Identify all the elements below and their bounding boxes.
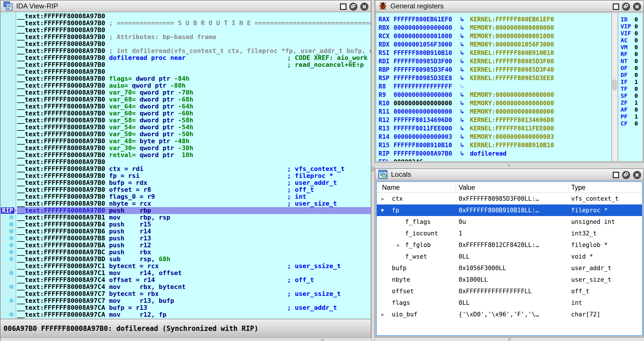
register-target[interactable]: KERNEL:FFFFFF800EB61EF0: [470, 15, 554, 24]
locals-row[interactable]: bufp0x1056F3000LLuser_addr_t: [377, 262, 642, 274]
disassembly-line[interactable]: __text:FFFFFF80008A97C7 bytecnt = rbx; u…: [17, 290, 371, 297]
register-row[interactable]: R8FFFFFFFFFFFFFFFF↳: [376, 82, 611, 91]
local-value[interactable]: 0u: [459, 216, 466, 228]
disassembly-line[interactable]: __text:FFFFFF80008A97B0 ; ==============…: [17, 20, 371, 27]
register-row[interactable]: RAXFFFFFF800EB61EF0↳KERNEL:FFFFFF800EB61…: [376, 15, 611, 24]
flag-value[interactable]: 0: [634, 30, 638, 37]
disassembly-line[interactable]: __text:FFFFFF80008A97BA push r12: [17, 242, 371, 249]
register-target[interactable]: KERNEL:FFFFFF80985D3F40: [470, 66, 554, 74]
local-value[interactable]: 0xFFFFFF80985D3F00LL:…: [459, 193, 539, 204]
disassembly-line[interactable]: __text:FFFFFF80008A97C4 offset = r14; of…: [17, 277, 371, 283]
ida-view-titlebar[interactable]: IDA View-RIP: [1, 1, 371, 12]
disassembly-line[interactable]: __text:FFFFFF80008A97B0 offset = r8; off…: [17, 186, 371, 193]
disassembly-line[interactable]: __text:FFFFFF80008A97C1 bytecnt = rcx; u…: [17, 263, 371, 270]
disassembly-line[interactable]: __text:FFFFFF80008A97BD sub rsp, 68h: [17, 256, 371, 263]
flag-row[interactable]: VIP0: [621, 23, 643, 30]
vertical-splitter-grip[interactable]: [372, 167, 374, 172]
locals-row[interactable]: ▶uio_buf{'\xD0','\x96','F','\…char[72]: [377, 309, 642, 320]
local-value[interactable]: 0xFFFFFF8012CF8420LL:…: [459, 239, 539, 251]
flag-value[interactable]: 0: [634, 58, 638, 64]
ida-view-restore-button[interactable]: [349, 3, 357, 11]
flag-value[interactable]: 0: [634, 64, 638, 71]
disassembly-line[interactable]: __text:FFFFFF80008A97B0: [17, 27, 371, 34]
collapse-icon[interactable]: ▼: [381, 204, 384, 216]
locals-table-header[interactable]: Name Value Type: [377, 182, 642, 193]
register-row[interactable]: RDIFFFFFF80985D3F00↳KERNEL:FFFFFF80985D3…: [376, 57, 611, 66]
bottom-splitter-right[interactable]: [375, 337, 644, 341]
register-value[interactable]: 0000000000000000: [394, 91, 452, 98]
flag-row[interactable]: VM0: [621, 44, 643, 51]
horizontal-splitter-grip[interactable]: [508, 164, 510, 167]
flag-row[interactable]: OF0: [621, 64, 643, 71]
register-value[interactable]: FFFFFF80985D3EE8: [394, 75, 452, 82]
flag-value[interactable]: 0: [634, 37, 638, 44]
register-target[interactable]: KERNEL:FFFFFF80985D3F00: [470, 57, 554, 66]
register-row[interactable]: R110000000000000000↳MEMORY:0000000000000…: [376, 108, 611, 116]
disassembly-line[interactable]: __text:FFFFFF80008A97B0 ; read_nocancel+…: [17, 61, 371, 68]
flag-value[interactable]: 0: [634, 120, 638, 127]
register-row[interactable]: RIPFFFFFF80008A97B0↳dofileread: [376, 150, 611, 158]
disassembly-line[interactable]: __text:FFFFFF80008A97B0 bufp = rdx; user…: [17, 179, 371, 186]
flags-column[interactable]: ID0VIP0VIF0AC0VM0RF0NT0OF0DF0IF1TF0SF0ZF…: [618, 13, 643, 161]
disassembly-line[interactable]: __text:FFFFFF80008A97C7 mov r13, bufp: [17, 297, 371, 304]
disassembly-line[interactable]: __text:FFFFFF80008A97B0 var_54= dword pt…: [17, 124, 371, 131]
register-value[interactable]: 0000000000001000: [394, 33, 452, 40]
disassembly-line[interactable]: __text:FFFFFF80008A97B0 retval= qword pt…: [17, 152, 371, 158]
local-value[interactable]: 1: [459, 228, 462, 239]
disassembly-line[interactable]: __text:FFFFFF80008A97B0 var_50= dword pt…: [17, 131, 371, 138]
disassembly-line[interactable]: __text:FFFFFF80008A97BC push rbx: [17, 249, 371, 256]
register-target[interactable]: KERNEL:FFFFFF800B910B10: [470, 49, 554, 57]
register-target[interactable]: MEMORY:0000000000000003: [470, 133, 554, 141]
flag-value[interactable]: 0: [634, 106, 638, 113]
disassembly-view[interactable]: RIP __text:FFFFFF80008A97B0 __text:FFFFF…: [1, 12, 371, 319]
register-value[interactable]: FFFFFF800B910B10: [394, 142, 452, 149]
disassembly-line[interactable]: __text:FFFFFF80008A97B0 var_68= dword pt…: [17, 96, 371, 103]
bottom-splitter-grip[interactable]: [508, 338, 511, 340]
disassembly-line[interactable]: __text:FFFFFF80008A97C1 mov r14, offset: [17, 270, 371, 277]
disassembly-line[interactable]: __text:FFFFFF80008A97B0 var_64= dword pt…: [17, 103, 371, 110]
disassembly-line[interactable]: __text:FFFFFF80008A97CA bufp = r13; user…: [17, 304, 371, 311]
register-value[interactable]: FFFFFF800EB61EF0: [394, 16, 452, 23]
register-value[interactable]: 00000001056F3000: [394, 41, 452, 48]
locals-row[interactable]: offset0xFFFFFFFFFFFFFFFFLLoff_t: [377, 285, 642, 297]
register-target[interactable]: MEMORY:0000000000000000: [470, 99, 554, 108]
horizontal-splitter[interactable]: [375, 163, 644, 168]
disassembly-line[interactable]: __text:FFFFFF80008A97B0 var_70= qword pt…: [17, 89, 371, 96]
flag-value[interactable]: 0: [634, 44, 638, 51]
register-row[interactable]: R90000000000000000↳MEMORY:00000000000000…: [376, 91, 611, 99]
locals-restore-button[interactable]: [622, 171, 630, 179]
register-value[interactable]: 0000000000000000: [394, 24, 452, 31]
disassembly-line[interactable]: __text:FFFFFF80008A97B0 flags_0 = r9; in…: [17, 193, 371, 200]
registers-scrollbar-thumb[interactable]: [612, 80, 617, 91]
disassembly-line[interactable]: __text:FFFFFF80008A97B0 var_48= byte ptr…: [17, 138, 371, 145]
column-separator[interactable]: [455, 183, 456, 192]
register-value[interactable]: FFFFFF80008A97B0: [394, 150, 452, 157]
register-row[interactable]: RBPFFFFFF80985D3F40↳KERNEL:FFFFFF80985D3…: [376, 66, 611, 74]
locals-row[interactable]: nbyte0x1000LLuser_size_t: [377, 274, 642, 285]
disassembly-line[interactable]: __text:FFFFFF80008A97B0: [17, 13, 371, 20]
flag-row[interactable]: IF1: [621, 78, 643, 85]
register-value[interactable]: FFFFFF80985D3F40: [394, 66, 452, 73]
register-target[interactable]: MEMORY:0000000000000000: [470, 24, 554, 32]
vertical-splitter[interactable]: [371, 0, 375, 341]
flag-row[interactable]: ID0: [621, 16, 643, 23]
register-row[interactable]: RDX00000001056F3000↳MEMORY:00000001056F3…: [376, 40, 611, 49]
locals-minimize-button[interactable]: [613, 172, 619, 178]
register-row[interactable]: R15FFFFFF800B910B10↳KERNEL:FFFFFF800B910…: [376, 141, 611, 150]
register-row[interactable]: R140000000000000003↳MEMORY:0000000000000…: [376, 133, 611, 141]
register-target[interactable]: dofileread: [470, 150, 506, 158]
disassembly-line[interactable]: __text:FFFFFF80008A97C4 mov rbx, bytecnt: [17, 283, 371, 290]
register-value[interactable]: 0000000000000003: [394, 133, 452, 140]
flag-row[interactable]: PF1: [621, 113, 643, 120]
register-target[interactable]: KERNEL:FFFFFF80985D3EE8: [470, 74, 554, 82]
disassembly-line[interactable]: __text:FFFFFF80008A97B0 flags= dword ptr…: [17, 75, 371, 82]
local-value[interactable]: 0x1056F3000LL: [459, 262, 506, 274]
register-target[interactable]: MEMORY:0000000000000000: [470, 91, 554, 99]
register-row[interactable]: R100000000000000000↳MEMORY:0000000000000…: [376, 99, 611, 108]
flag-row[interactable]: NT0: [621, 58, 643, 64]
register-target[interactable]: MEMORY:00000001056F3000: [470, 40, 554, 49]
disassembly-line[interactable]: __text:FFFFFF80008A97CA mov r12, fp: [17, 311, 371, 318]
flag-value[interactable]: 0: [634, 51, 638, 58]
disassembly-line[interactable]: __text:FFFFFF80008A97B0 var_60= qword pt…: [17, 110, 371, 117]
disassembly-line[interactable]: __text:FFFFFF80008A97B0 var_30= qword pt…: [17, 145, 371, 152]
